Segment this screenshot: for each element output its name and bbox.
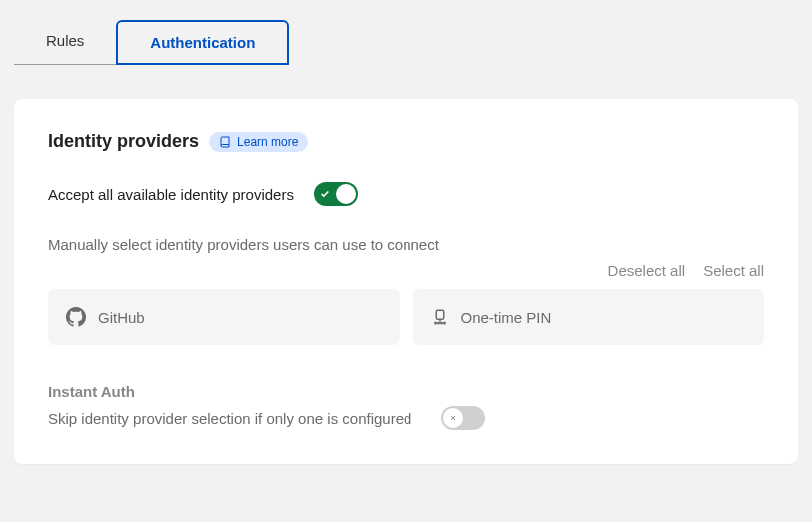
accept-all-toggle[interactable] (314, 182, 358, 206)
learn-more-badge[interactable]: Learn more (209, 132, 308, 152)
select-all-link[interactable]: Select all (703, 262, 764, 279)
manual-select-label: Manually select identity providers users… (48, 236, 764, 253)
learn-more-label: Learn more (237, 135, 298, 149)
github-icon (66, 307, 86, 327)
pin-icon (431, 308, 449, 326)
close-icon (449, 412, 457, 424)
identity-providers-panel: Identity providers Learn more Accept all… (14, 99, 798, 464)
provider-label: GitHub (98, 309, 145, 326)
deselect-all-link[interactable]: Deselect all (608, 262, 686, 279)
provider-label: One-time PIN (461, 309, 552, 326)
book-icon (219, 136, 231, 148)
tab-bar: Rules Authentication (0, 0, 812, 65)
page-title: Identity providers (48, 131, 199, 152)
svg-point-4 (443, 322, 445, 324)
toggle-knob (336, 184, 356, 204)
check-icon (320, 185, 330, 203)
provider-card-github[interactable]: GitHub (48, 289, 400, 345)
accept-all-label: Accept all available identity providers (48, 186, 294, 203)
provider-card-one-time-pin[interactable]: One-time PIN (413, 289, 765, 345)
instant-auth-title: Instant Auth (48, 383, 764, 400)
instant-auth-label: Skip identity provider selection if only… (48, 410, 411, 427)
svg-point-2 (437, 322, 439, 324)
svg-point-1 (434, 322, 436, 324)
tab-authentication[interactable]: Authentication (116, 20, 289, 65)
svg-rect-0 (436, 310, 444, 319)
instant-auth-toggle[interactable] (441, 406, 485, 430)
tab-rules[interactable]: Rules (14, 20, 116, 65)
svg-point-3 (440, 322, 442, 324)
toggle-knob (443, 408, 463, 428)
